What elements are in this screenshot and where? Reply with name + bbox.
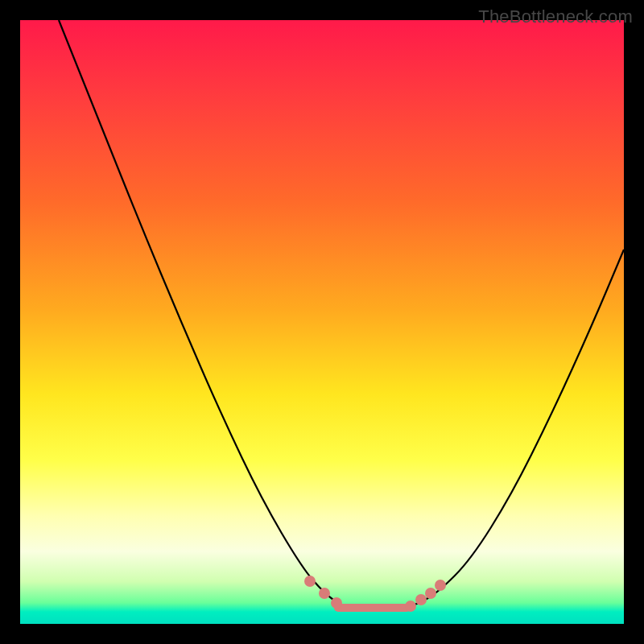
right-curve-path xyxy=(390,250,624,608)
left-curve-path xyxy=(59,20,358,608)
marker-dot xyxy=(415,594,427,605)
marker-dot xyxy=(425,588,436,599)
marker-dot xyxy=(331,597,342,609)
marker-dot xyxy=(319,588,330,599)
marker-dot xyxy=(304,576,316,587)
chart-svg xyxy=(20,20,624,624)
marker-dot xyxy=(405,601,416,612)
marker-dot xyxy=(435,580,446,591)
